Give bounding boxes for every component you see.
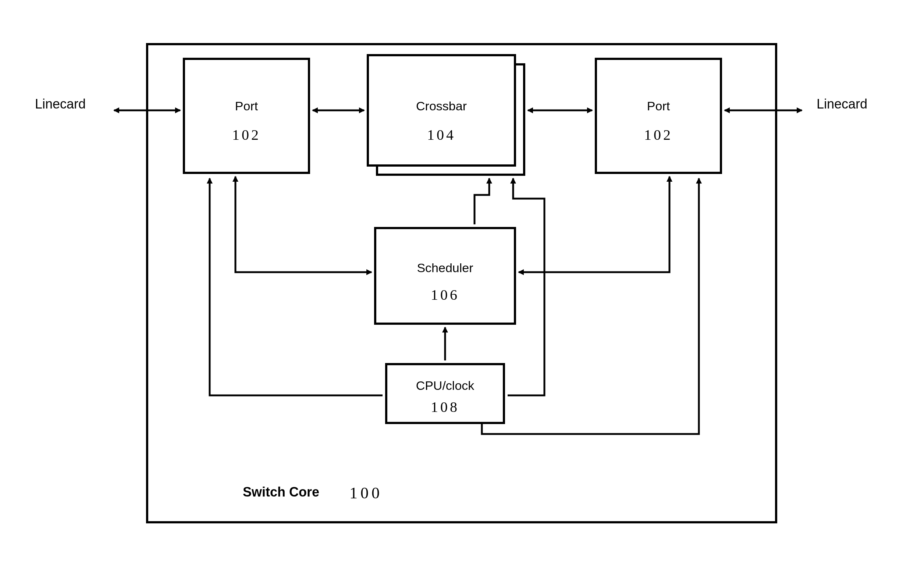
crossbar-number: 104	[427, 127, 456, 143]
switch-core-number: 100	[350, 484, 383, 502]
port-right-box	[596, 59, 721, 173]
cpu-clock-label: CPU/clock	[416, 378, 475, 392]
port-left-label: Port	[235, 99, 258, 113]
linecard-right-label: Linecard	[817, 96, 867, 111]
linecard-left-label: Linecard	[35, 96, 86, 111]
switch-core-diagram: Linecard Linecard Port 102 Crossbar 104 …	[0, 0, 924, 587]
port-right-number: 102	[644, 127, 673, 143]
arrow-scheduler-crossbar	[475, 178, 489, 224]
port-right-label: Port	[647, 99, 670, 113]
arrow-port-right-scheduler	[519, 176, 670, 272]
switch-core-label: Switch Core	[243, 485, 319, 500]
arrow-port-left-scheduler	[236, 176, 371, 272]
port-left-box	[184, 59, 309, 173]
crossbar-label: Crossbar	[416, 99, 467, 113]
arrow-cpu-crossbar	[508, 178, 544, 396]
cpu-clock-number: 108	[431, 399, 459, 415]
port-left-number: 102	[232, 127, 261, 143]
scheduler-label: Scheduler	[417, 261, 473, 275]
scheduler-box	[375, 228, 515, 324]
scheduler-number: 106	[431, 287, 459, 303]
